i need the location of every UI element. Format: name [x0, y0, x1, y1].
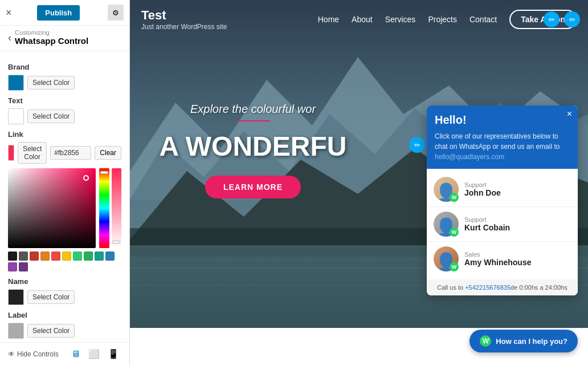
agent-row[interactable]: 👤 W Sales Amy Whinehouse	[427, 242, 578, 276]
footer-quote: "Fuerat aesiu carentem habentia shectent…	[234, 351, 485, 359]
popup-header: × Hello! Click one of our representative…	[427, 106, 578, 169]
swatch-yellow[interactable]	[62, 252, 71, 261]
mobile-view-button[interactable]: 📱	[105, 347, 121, 360]
swatch-dark-purple[interactable]	[19, 262, 28, 271]
logo-subtitle: Just another WordPress site	[141, 23, 227, 31]
nav-home[interactable]: Home	[318, 15, 339, 24]
agent-info-1: Support John Doe	[464, 181, 501, 197]
swatch-teal[interactable]	[95, 252, 104, 261]
swatch-dark-gray[interactable]	[19, 252, 28, 261]
text-color-swatch[interactable]	[8, 108, 24, 124]
panel-title-row: ‹ Customizing Whatsapp Control	[0, 26, 129, 51]
text-section-label: Text	[8, 96, 121, 105]
customizing-label: Customizing	[15, 29, 88, 36]
agent-avatar-1: 👤 W	[434, 177, 459, 202]
pencil-icon: ✏	[549, 15, 555, 24]
help-btn-label: How can I help you?	[496, 337, 567, 346]
name-select-color-button[interactable]: Select Color	[27, 290, 75, 304]
edit-hero-pencil[interactable]: ✏	[409, 137, 425, 153]
link-color-row: Select Color Clear	[8, 142, 121, 164]
label-color-row: Select Color	[8, 323, 121, 339]
learn-more-button[interactable]: LEARN MORE	[205, 176, 301, 198]
agent-info-2: Support Kurt Cobain	[464, 216, 510, 232]
desktop-view-button[interactable]: 🖥	[69, 347, 83, 360]
back-button[interactable]: ‹	[5, 31, 15, 45]
agent-role-2: Support	[464, 216, 510, 223]
swatch-dark-green[interactable]	[84, 252, 93, 261]
whatsapp-icon: W	[480, 335, 491, 347]
color-picker-alpha-slider[interactable]	[112, 168, 121, 248]
swatch-orange[interactable]	[40, 252, 50, 261]
swatch-blue[interactable]	[105, 252, 115, 261]
nav-contact[interactable]: Contact	[469, 15, 497, 24]
color-picker-hue-slider[interactable]	[99, 168, 109, 248]
nav-projects[interactable]: Projects	[428, 15, 457, 24]
popup-description: Click one of our representatives below t…	[435, 131, 570, 162]
swatch-black[interactable]	[8, 252, 17, 261]
nav-services[interactable]: Services	[385, 15, 416, 24]
nav-about[interactable]: About	[352, 15, 373, 24]
panel-header: × Publish ⚙	[0, 0, 129, 26]
edit-cta-pencil[interactable]: ✏	[564, 11, 580, 27]
text-select-color-button[interactable]: Select Color	[27, 110, 75, 123]
agent-row[interactable]: 👤 W Support Kurt Cobain	[427, 207, 578, 242]
whatsapp-badge-2: W	[450, 228, 459, 237]
link-hex-input[interactable]	[50, 146, 91, 160]
text-color-row: Select Color	[8, 108, 121, 124]
link-color-swatch[interactable]	[8, 145, 14, 161]
name-color-swatch[interactable]	[8, 289, 24, 305]
clear-button[interactable]: Clear	[95, 146, 121, 160]
popup-close-button[interactable]: ×	[567, 109, 572, 119]
quote-text: "Fuerat aesiu carentem habentia shectent…	[234, 351, 485, 359]
swatch-green[interactable]	[73, 252, 82, 261]
whatsapp-badge-3: W	[450, 262, 459, 271]
swatch-light-red[interactable]	[51, 252, 60, 261]
agent-row[interactable]: 👤 W Support John Doe	[427, 172, 578, 207]
agent-name-2: Kurt Cobain	[464, 223, 510, 232]
pencil-icon-3: ✏	[414, 141, 420, 149]
popup-phone[interactable]: +542215676835	[465, 284, 511, 291]
site-logo: Test Just another WordPress site	[141, 8, 227, 31]
link-select-color-button[interactable]: Select Color	[18, 142, 47, 164]
color-picker-cursor	[83, 175, 89, 181]
hide-controls-button[interactable]: 👁 Hide Controls	[8, 350, 59, 358]
whatsapp-badge-1: W	[450, 193, 459, 202]
settings-button[interactable]: ⚙	[108, 5, 124, 21]
agent-role-1: Support	[464, 181, 501, 188]
brand-select-color-button[interactable]: Select Color	[27, 76, 75, 90]
label-select-color-button[interactable]: Select Color	[27, 324, 75, 338]
website-preview: Test Just another WordPress site Home Ab…	[130, 0, 588, 365]
swatch-red[interactable]	[30, 252, 39, 261]
agent-avatar-3: 👤 W	[434, 246, 459, 271]
close-panel-button[interactable]: ×	[6, 7, 12, 19]
hide-controls-label: Hide Controls	[17, 350, 59, 358]
edit-nav-pencil[interactable]: ✏	[544, 11, 560, 27]
alpha-thumb	[112, 241, 120, 244]
hue-thumb	[100, 171, 108, 174]
whatsapp-popup: × Hello! Click one of our representative…	[427, 106, 578, 295]
brand-color-swatch[interactable]	[8, 75, 24, 91]
agent-name-1: John Doe	[464, 188, 501, 197]
eye-icon: 👁	[8, 350, 15, 358]
hero-title: A WONDERFU	[147, 131, 359, 162]
color-picker-gradient[interactable]	[8, 168, 96, 248]
popup-agents-list: 👤 W Support John Doe 👤 W Sup	[427, 169, 578, 279]
help-button[interactable]: W How can I help you?	[469, 330, 578, 352]
settings-icon: ⚙	[112, 9, 119, 17]
panel-body: Brand Select Color Text Select Color Lin…	[0, 51, 129, 342]
publish-button[interactable]: Publish	[37, 5, 80, 21]
pencil-icon-2: ✏	[569, 15, 575, 24]
label-color-swatch[interactable]	[8, 323, 24, 339]
agent-info-3: Sales Amy Whinehouse	[464, 251, 531, 267]
site-navigation: Test Just another WordPress site Home Ab…	[130, 0, 588, 39]
color-swatches-row	[8, 252, 122, 271]
color-picker[interactable]	[8, 168, 121, 271]
tablet-view-button[interactable]: ⬜	[86, 347, 102, 360]
panel-title: Whatsapp Control	[15, 36, 88, 46]
agent-name-3: Amy Whinehouse	[464, 258, 531, 267]
popup-email[interactable]: hello@quadlayers.com	[435, 153, 504, 161]
logo-title: Test	[141, 8, 227, 23]
name-section-label: Name	[8, 277, 121, 286]
label-section-label: Label	[8, 311, 121, 319]
swatch-purple[interactable]	[8, 262, 17, 271]
